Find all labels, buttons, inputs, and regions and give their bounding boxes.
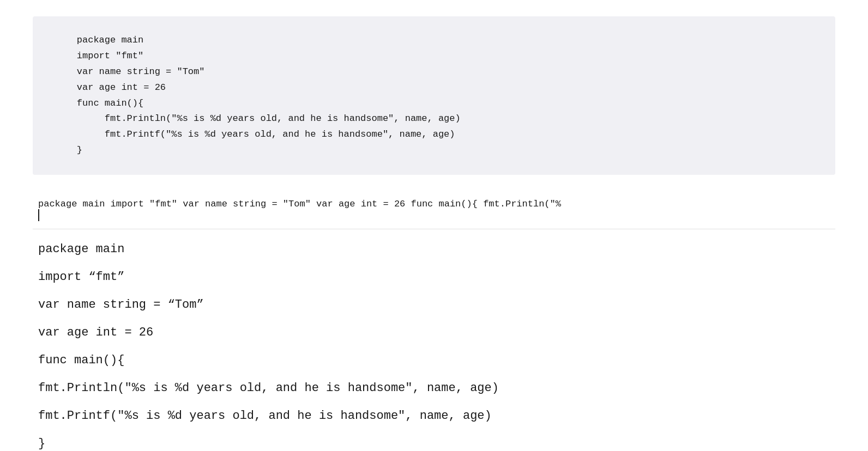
page-container: package main import "fmt" var name strin… <box>0 0 868 451</box>
single-line-section: package main import "fmt" var name strin… <box>33 191 835 229</box>
parsed-section: package main import “fmt” var name strin… <box>33 229 835 451</box>
text-cursor <box>38 209 39 221</box>
parsed-line-2: import “fmt” <box>38 268 830 286</box>
parsed-line-4: var age int = 26 <box>38 324 830 342</box>
code-block-pre: package main import "fmt" var name strin… <box>55 33 813 159</box>
parsed-line-6: fmt.Println("%s is %d years old, and he … <box>38 379 830 397</box>
cursor-row <box>38 209 830 221</box>
code-block-section: package main import "fmt" var name strin… <box>33 16 835 175</box>
cursor-line: package main import "fmt" var name strin… <box>38 199 830 209</box>
parsed-line-3: var name string = “Tom” <box>38 296 830 314</box>
parsed-line-7: fmt.Printf("%s is %d years old, and he i… <box>38 407 830 425</box>
parsed-line-1: package main <box>38 240 830 258</box>
parsed-line-8: } <box>38 435 830 451</box>
parsed-line-5: func main(){ <box>38 351 830 369</box>
single-line-text: package main import "fmt" var name strin… <box>38 199 561 209</box>
